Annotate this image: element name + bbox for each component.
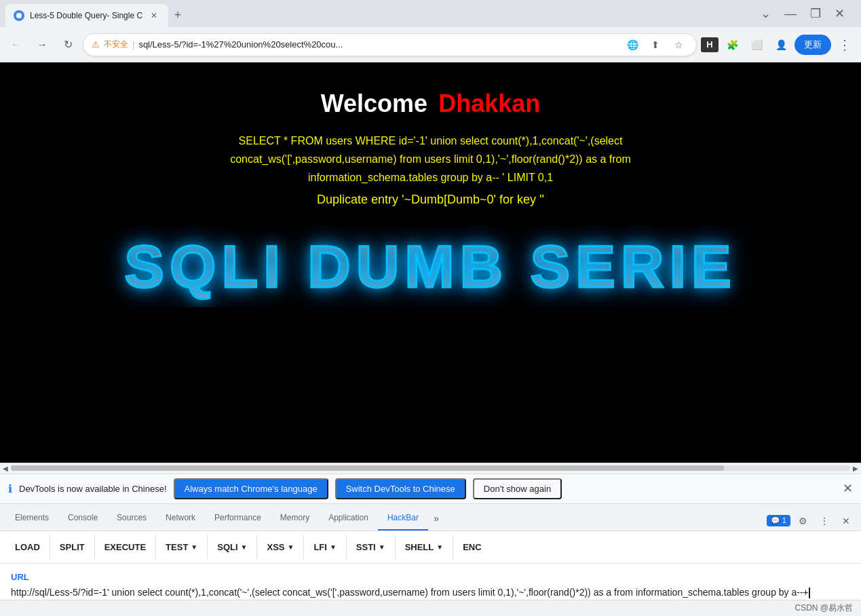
devtools-notify-text: DevTools is now available in Chinese! — [19, 484, 167, 494]
browser-frame: Less-5 Double Query- Single C ✕ + ⌄ — ❐ … — [0, 0, 861, 616]
maximize-button[interactable]: ❐ — [805, 3, 826, 24]
sql-line3: information_schema.tables group by a-- '… — [308, 172, 553, 183]
console-badge[interactable]: 💬 1 — [767, 515, 790, 526]
toolbar-right: H 🧩 ⬜ 👤 更新 ⋮ — [701, 34, 856, 56]
tab-close-button[interactable]: ✕ — [148, 9, 160, 22]
hackbar-toolbar: LOAD SPLIT EXECUTE TEST ▼ SQLI ▼ XSS ▼ L… — [0, 531, 861, 564]
always-match-button[interactable]: Always match Chrome's language — [174, 478, 328, 499]
menu-button[interactable]: ⋮ — [834, 34, 856, 56]
hackbar-lfi-button[interactable]: LFI ▼ — [304, 535, 346, 559]
hackbar-sqli-button[interactable]: SQLI ▼ — [208, 535, 257, 559]
watermark-text: CSDN @易水哲 — [795, 602, 853, 614]
new-tab-button[interactable]: + — [168, 5, 187, 24]
tab-performance[interactable]: Performance — [205, 506, 271, 531]
webpage: Welcome Dhakkan SELECT * FROM users WHER… — [0, 62, 861, 616]
duplicate-entry-text: Duplicate entry '~Dumb[Dumb~0' for key '… — [317, 193, 544, 207]
banner-text: SQLI DUMB SERIE — [124, 232, 736, 301]
forward-button[interactable]: → — [31, 34, 53, 56]
sql-query-display: SELECT * FROM users WHERE id='-1' union … — [216, 132, 645, 187]
sidebar-icon[interactable]: ⬜ — [746, 34, 767, 56]
scroll-thumb[interactable] — [11, 465, 724, 471]
more-tabs-button[interactable]: » — [428, 506, 444, 531]
devtools-close-icon[interactable]: ✕ — [837, 512, 856, 531]
translate-icon[interactable]: 🌐 — [623, 35, 642, 54]
update-button[interactable]: 更新 — [795, 35, 831, 55]
reload-button[interactable]: ↻ — [57, 34, 79, 56]
devtools-panel: Elements Console Sources Network Perform… — [0, 503, 861, 600]
url-label: URL — [11, 572, 850, 582]
hackbar-test-button[interactable]: TEST ▼ — [156, 535, 208, 559]
address-icons: 🌐 ⬆ ☆ — [623, 35, 688, 54]
security-warning-icon: ⚠ — [92, 39, 100, 50]
tab-elements[interactable]: Elements — [5, 506, 58, 531]
sql-line2: concat_ws('[',password,username) from us… — [230, 153, 631, 165]
tab-title: Less-5 Double Query- Single C — [30, 11, 142, 20]
profile-icon[interactable]: 👤 — [770, 34, 792, 56]
tab-sources[interactable]: Sources — [107, 506, 156, 531]
lfi-dropdown-icon: ▼ — [330, 543, 337, 551]
info-icon: ℹ — [8, 482, 12, 495]
hackbar-enc-button[interactable]: ENC — [453, 535, 491, 559]
devtools-more-icon[interactable]: ⋮ — [815, 512, 834, 531]
tab-hackbar[interactable]: HackBar — [378, 506, 428, 531]
url-text: http://sql/Less-5/?id=-1' union select c… — [11, 587, 809, 598]
dont-show-button[interactable]: Don't show again — [473, 478, 562, 499]
hackbar-shell-button[interactable]: SHELL ▼ — [396, 535, 454, 559]
active-tab[interactable]: Less-5 Double Query- Single C ✕ — [5, 4, 168, 27]
devtools-tab-right: 💬 1 ⚙ ⋮ ✕ — [767, 512, 856, 531]
ssti-dropdown-icon: ▼ — [379, 543, 385, 551]
tab-favicon — [14, 10, 24, 21]
tab-bar: Less-5 Double Query- Single C ✕ + — [5, 0, 750, 27]
url-value[interactable]: http://sql/Less-5/?id=-1' union select c… — [11, 585, 850, 600]
extensions-icon[interactable]: 🧩 — [721, 34, 743, 56]
horizontal-scrollbar[interactable]: ◀ ▶ — [0, 463, 861, 474]
bookmark-icon[interactable]: ☆ — [669, 35, 688, 54]
devtools-settings-icon[interactable]: ⚙ — [793, 512, 812, 531]
share-icon[interactable]: ⬆ — [646, 35, 665, 54]
welcome-text: Welcome — [321, 90, 427, 118]
scroll-left-arrow[interactable]: ◀ — [3, 465, 8, 472]
chevron-down-icon[interactable]: ⌄ — [755, 3, 776, 24]
title-bar: Less-5 Double Query- Single C ✕ + ⌄ — ❐ … — [0, 0, 861, 27]
hackbar-split-button[interactable]: SPLIT — [50, 535, 95, 559]
tab-network[interactable]: Network — [156, 506, 205, 531]
tab-memory[interactable]: Memory — [271, 506, 319, 531]
address-text: sql/Less-5/?id=-1%27%20union%20select%20… — [138, 39, 619, 50]
sqli-dropdown-icon: ▼ — [241, 543, 248, 551]
banner-area: SQLI DUMB SERIE — [0, 226, 861, 307]
close-button[interactable]: ✕ — [829, 3, 850, 24]
scroll-right-arrow[interactable]: ▶ — [853, 465, 858, 472]
footer-watermark: CSDN @易水哲 — [0, 600, 861, 616]
sql-line1: SELECT * FROM users WHERE id='-1' union … — [239, 135, 623, 147]
tab-console[interactable]: Console — [58, 506, 107, 531]
address-input[interactable]: ⚠ 不安全 | sql/Less-5/?id=-1%27%20union%20s… — [83, 33, 697, 56]
security-label: 不安全 — [104, 39, 128, 50]
scroll-track[interactable] — [11, 465, 850, 471]
hackbar-execute-button[interactable]: EXECUTE — [95, 535, 156, 559]
page-main-content: Welcome Dhakkan SELECT * FROM users WHER… — [0, 62, 861, 463]
hackbar-load-button[interactable]: LOAD — [5, 535, 50, 559]
dhakkan-text: Dhakkan — [438, 90, 540, 118]
tab-application[interactable]: Application — [319, 506, 378, 531]
address-bar: ← → ↻ ⚠ 不安全 | sql/Less-5/?id=-1%27%20uni… — [0, 27, 861, 62]
xss-dropdown-icon: ▼ — [288, 543, 294, 551]
test-dropdown-icon: ▼ — [191, 543, 197, 551]
shell-dropdown-icon: ▼ — [436, 543, 443, 551]
devtools-tabs: Elements Console Sources Network Perform… — [0, 504, 861, 531]
text-cursor — [809, 588, 810, 598]
switch-devtools-button[interactable]: Switch DevTools to Chinese — [335, 478, 466, 499]
devtools-notification: ℹ DevTools is now available in Chinese! … — [0, 474, 861, 503]
window-controls: ⌄ — ❐ ✕ — [750, 3, 856, 24]
notify-close-icon[interactable]: ✕ — [843, 481, 853, 496]
url-section: URL http://sql/Less-5/?id=-1' union sele… — [0, 564, 861, 600]
address-separator: | — [132, 39, 134, 50]
back-button[interactable]: ← — [5, 34, 27, 56]
hackbar-xss-button[interactable]: XSS ▼ — [257, 535, 304, 559]
hackbar-ssti-button[interactable]: SSTI ▼ — [347, 535, 396, 559]
hackbar-icon[interactable]: H — [701, 37, 719, 52]
minimize-button[interactable]: — — [779, 4, 802, 24]
welcome-line: Welcome Dhakkan — [321, 90, 540, 118]
